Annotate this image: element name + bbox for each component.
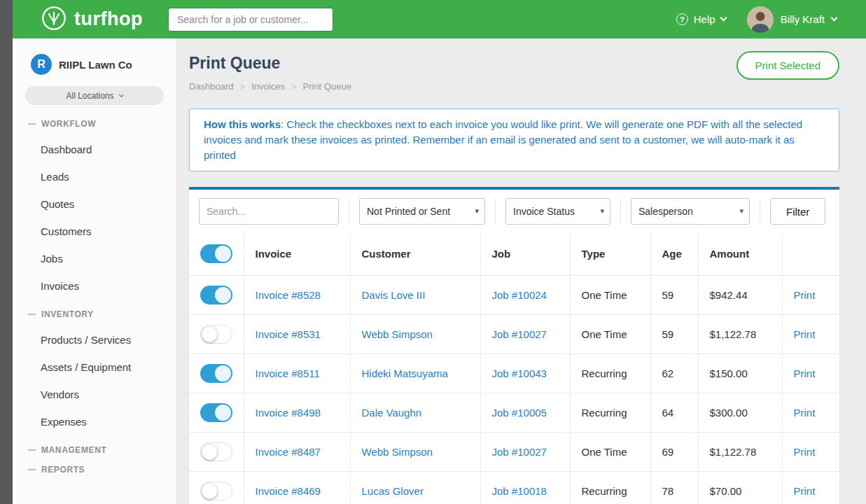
sidebar-item-leads[interactable]: Leads bbox=[13, 163, 176, 190]
breadcrumb-invoices[interactable]: Invoices bbox=[234, 81, 285, 92]
body-row: R RIIPL Lawn Co All Locations WORKFLOW D… bbox=[13, 38, 866, 504]
print-link[interactable]: Print bbox=[794, 485, 816, 497]
company-logo-icon: R bbox=[31, 54, 52, 75]
topbar: turfhop ? Help B bbox=[13, 0, 866, 38]
left-rail bbox=[0, 0, 13, 504]
turfhop-logo-icon bbox=[41, 5, 67, 34]
main-content: Print Queue Dashboard Invoices Print Que… bbox=[177, 38, 866, 504]
invoice-link[interactable]: Invoice #8498 bbox=[256, 407, 321, 419]
job-link[interactable]: Job #10027 bbox=[492, 446, 547, 458]
print-link[interactable]: Print bbox=[794, 289, 816, 301]
app-root: turfhop ? Help B bbox=[0, 0, 866, 504]
breadcrumb-dashboard[interactable]: Dashboard bbox=[189, 81, 234, 92]
job-link[interactable]: Job #10043 bbox=[492, 368, 547, 379]
locations-selector[interactable]: All Locations bbox=[25, 86, 164, 105]
customer-link[interactable]: Lucas Glover bbox=[362, 485, 424, 497]
user-menu[interactable]: Billy Kraft bbox=[747, 6, 837, 33]
company-header[interactable]: R RIIPL Lawn Co bbox=[13, 38, 176, 85]
invoice-link[interactable]: Invoice #8531 bbox=[256, 328, 321, 340]
col-header-amount: Amount bbox=[698, 233, 782, 275]
filter-button[interactable]: Filter bbox=[770, 198, 825, 225]
breadcrumb-current: Print Queue bbox=[285, 81, 351, 92]
table-search-input[interactable] bbox=[199, 198, 339, 225]
table-row: Invoice #8511 Hideki Matsuyama Job #1004… bbox=[189, 354, 839, 393]
user-name: Billy Kraft bbox=[781, 13, 825, 25]
nav-section-management: MANAGEMENT bbox=[13, 445, 176, 455]
table-header-row: Invoice Customer Job Type Age Amount bbox=[189, 233, 839, 275]
invoice-link[interactable]: Invoice #8528 bbox=[256, 289, 321, 301]
printed-filter-select[interactable]: Not Printed or Sent bbox=[360, 199, 484, 224]
print-link[interactable]: Print bbox=[794, 446, 816, 458]
invoice-amount: $942.44 bbox=[698, 275, 782, 314]
sidebar-item-products-services[interactable]: Products / Services bbox=[13, 326, 176, 354]
invoice-status-select[interactable]: Invoice Status bbox=[506, 199, 610, 224]
invoice-type: One Time bbox=[570, 275, 650, 314]
customer-link[interactable]: Dale Vaughn bbox=[362, 407, 422, 419]
invoice-amount: $70.00 bbox=[698, 471, 782, 504]
global-search-input[interactable] bbox=[168, 8, 333, 31]
job-link[interactable]: Job #10018 bbox=[492, 485, 547, 497]
print-queue-table: Invoice Customer Job Type Age Amount bbox=[189, 233, 839, 504]
invoice-link[interactable]: Invoice #8469 bbox=[256, 485, 321, 497]
help-label: Help bbox=[694, 13, 715, 25]
row-select-toggle[interactable] bbox=[200, 482, 232, 500]
nav-section-label: MANAGEMENT bbox=[41, 445, 106, 455]
job-link[interactable]: Job #10024 bbox=[492, 289, 547, 301]
company-name: RIIPL Lawn Co bbox=[59, 59, 132, 71]
invoice-age: 69 bbox=[650, 432, 698, 471]
sidebar-item-vendors[interactable]: Vendors bbox=[13, 381, 176, 408]
invoice-age: 62 bbox=[650, 354, 698, 393]
sidebar-item-customers[interactable]: Customers bbox=[13, 218, 176, 245]
select-all-toggle[interactable] bbox=[200, 244, 232, 263]
invoice-age: 78 bbox=[650, 471, 698, 504]
salesperson-select-wrap: Salesperson ▾ bbox=[631, 198, 750, 225]
avatar bbox=[747, 6, 774, 33]
row-select-toggle[interactable] bbox=[200, 286, 232, 304]
nav-section-workflow: WORKFLOW bbox=[13, 119, 176, 129]
sidebar-item-jobs[interactable]: Jobs bbox=[13, 245, 176, 272]
brand[interactable]: turfhop bbox=[13, 5, 168, 34]
print-link[interactable]: Print bbox=[794, 368, 816, 379]
chevron-down-icon bbox=[118, 92, 123, 97]
invoice-link[interactable]: Invoice #8487 bbox=[256, 446, 321, 458]
row-select-toggle[interactable] bbox=[200, 442, 232, 461]
print-link[interactable]: Print bbox=[794, 328, 816, 340]
info-box: How this works: Check the checkboxes nex… bbox=[189, 108, 839, 172]
customer-link[interactable]: Davis Love III bbox=[362, 289, 426, 301]
sidebar: R RIIPL Lawn Co All Locations WORKFLOW D… bbox=[13, 38, 177, 504]
sidebar-item-assets-equipment[interactable]: Assets / Equipment bbox=[13, 354, 176, 381]
sidebar-item-invoices[interactable]: Invoices bbox=[13, 272, 176, 300]
invoice-type: One Time bbox=[570, 314, 650, 354]
sidebar-item-dashboard[interactable]: Dashboard bbox=[13, 136, 176, 163]
job-link[interactable]: Job #10005 bbox=[492, 407, 547, 419]
customer-link[interactable]: Webb Simpson bbox=[362, 328, 433, 340]
sidebar-item-expenses[interactable]: Expenses bbox=[13, 408, 176, 435]
row-select-toggle[interactable] bbox=[200, 364, 232, 383]
sidebar-item-quotes[interactable]: Quotes bbox=[13, 190, 176, 218]
table-row: Invoice #8498 Dale Vaughn Job #10005 Rec… bbox=[189, 393, 839, 432]
locations-label: All Locations bbox=[66, 91, 113, 101]
invoice-age: 59 bbox=[650, 275, 698, 314]
print-selected-button[interactable]: Print Selected bbox=[736, 51, 839, 80]
job-link[interactable]: Job #10027 bbox=[492, 328, 547, 340]
help-menu[interactable]: ? Help bbox=[676, 13, 726, 25]
table-row: Invoice #8469 Lucas Glover Job #10018 Re… bbox=[189, 471, 839, 504]
row-select-toggle[interactable] bbox=[200, 403, 232, 422]
print-link[interactable]: Print bbox=[794, 407, 816, 419]
invoice-amount: $1,122.78 bbox=[698, 432, 782, 471]
nav-section-inventory: INVENTORY bbox=[13, 309, 176, 319]
customer-link[interactable]: Hideki Matsuyama bbox=[362, 368, 448, 379]
breadcrumb: Dashboard Invoices Print Queue bbox=[189, 81, 839, 92]
invoice-amount: $150.00 bbox=[698, 354, 782, 393]
chevron-down-icon bbox=[720, 15, 727, 22]
salesperson-select[interactable]: Salesperson bbox=[631, 199, 749, 224]
invoice-link[interactable]: Invoice #8511 bbox=[256, 368, 320, 379]
print-queue-card: Not Printed or Sent ▾ Invoice Status ▾ bbox=[189, 187, 839, 504]
customer-link[interactable]: Webb Simpson bbox=[362, 446, 433, 458]
col-header-customer: Customer bbox=[350, 233, 480, 275]
printed-filter-select-wrap: Not Printed or Sent ▾ bbox=[359, 198, 485, 225]
table-row: Invoice #8487 Webb Simpson Job #10027 On… bbox=[189, 432, 839, 471]
invoice-age: 59 bbox=[650, 314, 698, 354]
invoice-type: Recurring bbox=[570, 393, 650, 432]
row-select-toggle[interactable] bbox=[200, 325, 232, 344]
